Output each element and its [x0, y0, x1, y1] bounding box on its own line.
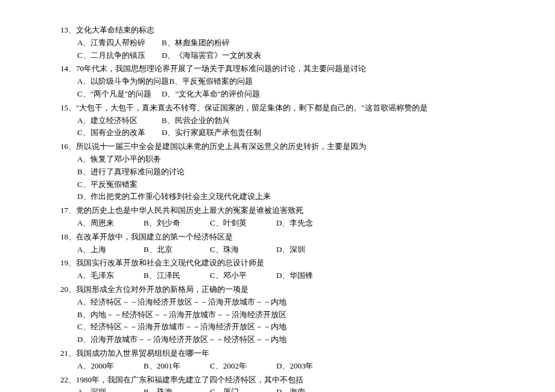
- option-label: B、: [144, 361, 157, 370]
- option-text: 实行家庭联产承包责任制: [175, 128, 261, 137]
- option-text: 进行了真理标准问题的讨论: [90, 167, 185, 176]
- option: C、"两个凡是"的问题: [77, 88, 162, 101]
- option-row: D、作出把党的工作重心转移到社会主义现代化建设上来: [60, 191, 519, 203]
- option-text: 毛泽东: [90, 271, 114, 280]
- question-number: 18、: [60, 232, 76, 241]
- option: D、深圳: [276, 244, 343, 256]
- option-label: A、: [77, 245, 90, 254]
- option-text: 国有企业的改革: [90, 128, 145, 137]
- option-text: 海南: [290, 387, 305, 392]
- question-stem-text: 1980年，我国在广东和福建率先建立了四个经济特区，其中不包括: [76, 375, 303, 384]
- option-label: B、: [162, 116, 175, 125]
- question: 15、"大包干，大包干，直来直去不转弯。保证国家的，留足集体的，剩下都是自己的。…: [60, 102, 519, 139]
- option-text: 经济特区－－沿海经济开放区－－沿海开放城市－－内地: [90, 297, 287, 306]
- question-stem: 21、我国成功加入世界贸易组织是在哪一年: [60, 347, 519, 360]
- option: D、作出把党的工作重心转移到社会主义现代化建设上来: [77, 191, 271, 203]
- option-row: C、"两个凡是"的问题D、"文化大革命"的评价问题: [60, 88, 519, 101]
- question-stem-text: 我国形成全方位对外开放的新格局，正确的一项是: [76, 285, 249, 294]
- question-stem-text: 所以说十一届三中全会是建国以来党的历史上具有深远意义的历史转折，主要是因为: [76, 142, 366, 151]
- option-text: "文化大革命"的评价问题: [175, 89, 260, 98]
- option-row: A、2000年B、2001年C、2002年D、2003年: [60, 360, 519, 373]
- option: C、二月抗争的镇压: [77, 49, 162, 62]
- option-row: A、江青四人帮粉碎B、林彪集团的粉碎: [60, 37, 519, 49]
- questions-container: 13、文化大革命结束的标志A、江青四人帮粉碎B、林彪集团的粉碎C、二月抗争的镇压…: [60, 24, 519, 392]
- option-label: B、: [162, 38, 175, 47]
- option: B、林彪集团的粉碎: [162, 37, 246, 49]
- option-label: B、: [144, 245, 157, 254]
- option-label: B、: [144, 218, 157, 227]
- option-label: D、: [276, 387, 290, 392]
- option-text: 上海: [90, 245, 106, 254]
- question: 22、1980年，我国在广东和福建率先建立了四个经济特区，其中不包括A、深圳B、…: [60, 374, 519, 392]
- option-text: 周恩来: [90, 218, 114, 227]
- option: D、《海瑞罢官》一文的发表: [162, 49, 261, 62]
- option-text: 深圳: [90, 387, 106, 392]
- option-label: C、: [210, 387, 223, 392]
- option-text: 2000年: [90, 361, 114, 370]
- option-row: A、恢复了邓小平的职务: [60, 153, 519, 166]
- option-text: 2003年: [290, 361, 313, 370]
- question-stem: 13、文化大革命结束的标志: [60, 24, 519, 37]
- question-number: 19、: [60, 258, 76, 267]
- option-label: C、: [77, 180, 90, 189]
- option-text: 作出把党的工作重心转移到社会主义现代化建设上来: [90, 192, 271, 201]
- option: C、珠海: [210, 244, 276, 256]
- option: A、上海: [77, 244, 144, 256]
- option-text: 以阶级斗争为纲的问题: [90, 77, 169, 86]
- option: A、毛泽东: [77, 270, 144, 282]
- option: B、刘少奇: [144, 217, 210, 230]
- option: D、海南: [276, 386, 343, 392]
- option-label: A、: [77, 38, 90, 47]
- option-row: A、周恩来B、刘少奇C、叶剑英D、李先念: [60, 217, 519, 230]
- question-stem: 16、所以说十一届三中全会是建国以来党的历史上具有深远意义的历史转折，主要是因为: [60, 141, 519, 153]
- option: D、实行家庭联产承包责任制: [162, 127, 261, 139]
- option: B、2001年: [144, 360, 210, 373]
- option: C、邓小平: [210, 270, 276, 282]
- option-label: C、: [77, 51, 90, 60]
- option-row: B、内地－－经济特区－－沿海开放城市－－沿海经济开放区: [60, 309, 519, 321]
- option: B、内地－－经济特区－－沿海开放城市－－沿海经济开放区: [77, 309, 287, 321]
- option-text: 江泽民: [157, 271, 180, 280]
- question-stem: 14、70年代末，我国思想理论界开展了一场关于真理标准问题的讨论，其主要问题是讨…: [60, 63, 519, 75]
- option-text: 2001年: [157, 361, 180, 370]
- option-text: 厦门: [223, 387, 239, 392]
- question-number: 21、: [60, 349, 76, 358]
- option: A、江青四人帮粉碎: [77, 37, 162, 49]
- option: B、珠海: [144, 386, 210, 392]
- option-row: B、进行了真理标准问题的讨论: [60, 166, 519, 179]
- option-label: A、: [77, 387, 90, 392]
- option-label: D、: [77, 335, 90, 344]
- option-label: A、: [77, 116, 90, 125]
- question: 14、70年代末，我国思想理论界开展了一场关于真理标准问题的讨论，其主要问题是讨…: [60, 63, 519, 100]
- question: 13、文化大革命结束的标志A、江青四人帮粉碎B、林彪集团的粉碎C、二月抗争的镇压…: [60, 24, 519, 62]
- option-row: C、经济特区－－沿海开放城市－－沿海经济开放区－－内地: [60, 321, 519, 334]
- option: B、民营企业的勃兴: [162, 115, 246, 127]
- option-label: B、: [144, 387, 157, 392]
- option: B、江泽民: [144, 270, 210, 282]
- question-stem: 18、在改革开放中，我国建立的第一个经济特区是: [60, 231, 519, 244]
- option-label: C、: [210, 361, 223, 370]
- option-label: C、: [77, 89, 90, 98]
- question-stem: 20、我国形成全方位对外开放的新格局，正确的一项是: [60, 283, 519, 296]
- option-label: B、: [77, 310, 90, 319]
- question-stem: 15、"大包干，大包干，直来直去不转弯。保证国家的，留足集体的，剩下都是自己的。…: [60, 102, 519, 115]
- option: C、国有企业的改革: [77, 127, 162, 139]
- option-label: C、: [210, 218, 223, 227]
- option-text: 二月抗争的镇压: [90, 51, 145, 60]
- option-label: C、: [77, 128, 90, 137]
- question-stem-text: 在改革开放中，我国建立的第一个经济特区是: [76, 232, 233, 241]
- question-stem-text: 党的历史上也是中华人民共和国历史上最大的冤案是谁被迫害致死: [76, 206, 303, 215]
- option-label: A、: [77, 297, 90, 306]
- question-stem-text: 我国成功加入世界贸易组织是在哪一年: [76, 349, 209, 358]
- question: 16、所以说十一届三中全会是建国以来党的历史上具有深远意义的历史转折，主要是因为…: [60, 141, 519, 203]
- question-number: 13、: [60, 25, 76, 34]
- question-number: 20、: [60, 285, 76, 294]
- option-text: 恢复了邓小平的职务: [90, 154, 161, 163]
- option-row: D、沿海开放城市－－沿海经济开放区－－经济特区－－内地: [60, 334, 519, 346]
- option: A、2000年: [77, 360, 144, 373]
- option-label: C、: [210, 271, 223, 280]
- option-text: 经济特区－－沿海开放城市－－沿海经济开放区－－内地: [90, 322, 287, 331]
- option-label: B、: [169, 77, 182, 86]
- question-number: 22、: [60, 375, 76, 384]
- option: D、华国锋: [276, 270, 343, 282]
